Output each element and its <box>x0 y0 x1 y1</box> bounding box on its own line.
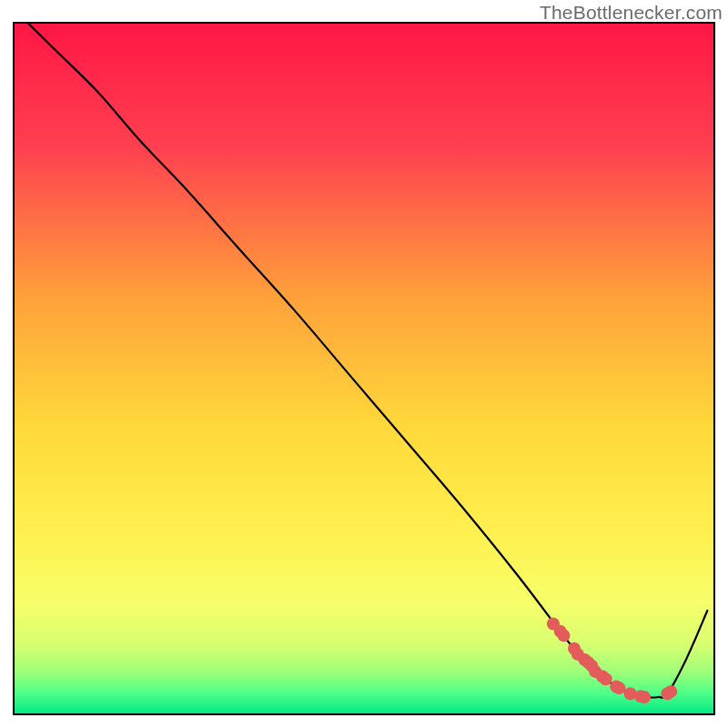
highlight-point <box>557 629 570 642</box>
highlight-point <box>612 682 625 694</box>
highlight-point <box>664 685 677 698</box>
bottleneck-chart <box>0 0 728 728</box>
highlight-point <box>638 691 651 703</box>
gradient-background <box>14 23 714 714</box>
chart-container: { "watermark": "TheBottlenecker.com", "c… <box>0 0 728 728</box>
highlight-point <box>600 672 612 685</box>
watermark-label: TheBottlenecker.com <box>540 2 723 24</box>
